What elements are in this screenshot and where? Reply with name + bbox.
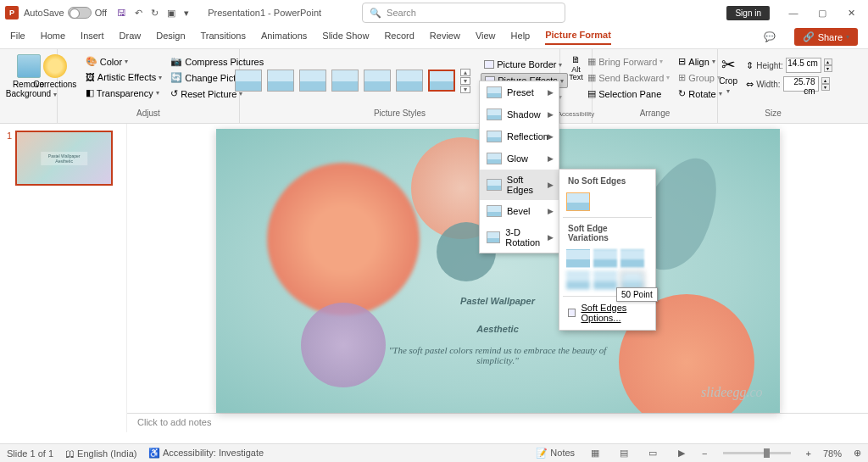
tab-slideshow[interactable]: Slide Show (322, 31, 369, 44)
share-button[interactable]: 🔗 Share ▾ (794, 28, 858, 46)
autosave-toggle[interactable]: AutoSave Off (24, 7, 107, 19)
menu-glow[interactable]: Glow▶ (480, 148, 559, 170)
toggle-off-icon[interactable] (68, 7, 92, 19)
picture-border-button[interactable]: Picture Border ▾ (481, 58, 568, 71)
menu-soft-edges[interactable]: Soft Edges▶ (480, 170, 559, 200)
zoom-level[interactable]: 78% (823, 448, 842, 459)
reading-view-icon[interactable]: ▭ (644, 448, 661, 459)
send-backward-button[interactable]: ▦Send Backward ▾ (585, 70, 672, 85)
zoom-out-button[interactable]: − (702, 448, 707, 459)
restore-button[interactable]: ▢ (810, 8, 834, 19)
width-input[interactable]: 25.78 cm (783, 76, 819, 92)
style-preset-selected[interactable] (428, 70, 455, 92)
save-icon[interactable]: 🖫 (117, 8, 126, 19)
tab-record[interactable]: Record (384, 31, 414, 44)
slideshow-view-icon[interactable]: ▶ (673, 448, 690, 459)
search-icon: 🔍 (370, 8, 381, 19)
tab-animations[interactable]: Animations (261, 31, 307, 44)
flower-graphic (301, 303, 386, 387)
zoom-slider[interactable] (723, 452, 791, 454)
tab-transitions[interactable]: Transitions (201, 31, 246, 44)
change-icon: 🔄 (170, 72, 182, 83)
tab-review[interactable]: Review (430, 31, 460, 44)
selection-pane-button[interactable]: ▤Selection Pane (585, 86, 672, 101)
color-button[interactable]: 🎨Color ▾ (83, 54, 164, 69)
bring-forward-button[interactable]: ▦Bring Forward ▾ (585, 54, 672, 69)
slide-thumbnail-1[interactable]: Pastel Wallpaper Aesthetic (15, 131, 113, 186)
tab-insert[interactable]: Insert (81, 31, 104, 44)
gallery-scroll[interactable]: ▴▾▾ (460, 69, 470, 93)
slide-title-text[interactable]: Pastel WallpaperAesthetic (460, 281, 535, 337)
reset-icon: ↺ (170, 88, 178, 99)
softedge-icon (487, 179, 502, 191)
tab-view[interactable]: View (476, 31, 496, 44)
undo-icon[interactable]: ↶ (135, 8, 142, 19)
menu-reflection[interactable]: Reflection▶ (480, 125, 559, 148)
soft-edge-variation[interactable] (593, 249, 617, 268)
title-bar: P AutoSave Off 🖫 ↶ ↻ ▣ ▾ Presentation1 -… (0, 0, 868, 25)
slide-thumbnails-pane[interactable]: 1 Pastel Wallpaper Aesthetic (0, 124, 127, 432)
transparency-button[interactable]: ◧Transparency ▾ (83, 86, 164, 100)
soft-edge-none[interactable] (566, 192, 590, 211)
soft-edge-variation[interactable] (593, 271, 617, 290)
picture-styles-gallery[interactable]: ▴▾▾ (231, 65, 474, 97)
notes-placeholder[interactable]: Click to add notes (127, 413, 868, 432)
style-preset[interactable] (396, 70, 423, 92)
soft-edges-options[interactable]: Soft Edges Options... (563, 299, 652, 326)
width-label: Width: (756, 80, 780, 89)
sign-in-button[interactable]: Sign in (726, 6, 770, 20)
qat-more-icon[interactable]: ▾ (184, 8, 189, 19)
soft-edges-submenu[interactable]: No Soft Edges Soft Edge Variations Soft … (559, 169, 656, 331)
slide-counter[interactable]: Slide 1 of 1 (7, 448, 53, 459)
height-input[interactable]: 14.5 cm (786, 58, 821, 73)
rotation-icon (487, 231, 500, 243)
height-spinner[interactable]: ▴▾ (824, 58, 832, 72)
tab-help[interactable]: Help (511, 31, 531, 44)
tab-home[interactable]: Home (41, 31, 65, 44)
corrections-button[interactable]: Corrections▾ (31, 53, 80, 100)
fit-to-window-button[interactable]: ⊕ (854, 448, 861, 459)
menu-shadow[interactable]: Shadow▶ (480, 103, 559, 125)
slide-subtitle-text[interactable]: "The soft pastel colors remind us to emb… (379, 345, 616, 365)
comments-icon[interactable]: 💬 (760, 28, 779, 46)
soft-edge-variation[interactable] (620, 249, 644, 268)
style-preset[interactable] (235, 70, 262, 92)
minimize-button[interactable]: ― (782, 8, 805, 18)
notes-toggle[interactable]: 📝 Notes (536, 448, 575, 459)
tab-file[interactable]: File (10, 31, 25, 44)
compress-icon: 📷 (170, 56, 182, 67)
width-icon: ⇔ (746, 79, 754, 90)
options-icon (568, 309, 576, 317)
sorter-view-icon[interactable]: ▤ (615, 448, 632, 459)
style-preset[interactable] (364, 70, 391, 92)
soft-edge-variation[interactable] (566, 249, 590, 268)
height-icon: ⇕ (746, 60, 754, 71)
align-icon: ⊟ (678, 56, 686, 67)
thumb-title: Pastel Wallpaper Aesthetic (41, 152, 88, 165)
redo-icon[interactable]: ↻ (151, 8, 159, 19)
menu-3d-rotation[interactable]: 3-D Rotation▶ (480, 222, 559, 253)
tooltip-50pt: 50 Point (616, 287, 658, 302)
menu-bevel[interactable]: Bevel▶ (480, 200, 559, 222)
close-button[interactable]: ✕ (839, 8, 863, 19)
language-button[interactable]: 🕮 English (India) (65, 448, 136, 459)
group-button[interactable]: ⊞Group ▾ (676, 70, 724, 85)
normal-view-icon[interactable]: ▦ (587, 448, 604, 459)
zoom-in-button[interactable]: + (806, 448, 811, 459)
tab-design[interactable]: Design (156, 31, 185, 44)
menu-preset[interactable]: Preset▶ (480, 81, 559, 103)
style-preset[interactable] (331, 70, 359, 92)
accessibility-button[interactable]: ♿ Accessibility: Investigate (148, 448, 264, 459)
soft-edge-variation[interactable] (566, 271, 590, 290)
tab-picture-format[interactable]: Picture Format (545, 30, 611, 45)
style-preset[interactable] (267, 70, 294, 92)
group-arrange-label: Arrange (640, 109, 670, 120)
search-input[interactable]: 🔍 Search (362, 3, 565, 23)
width-spinner[interactable]: ▴▾ (821, 77, 830, 91)
picture-effects-menu[interactable]: Preset▶ Shadow▶ Reflection▶ Glow▶ Soft E… (479, 81, 559, 253)
height-label: Height: (756, 61, 783, 70)
tab-draw[interactable]: Draw (120, 31, 142, 44)
start-slideshow-icon[interactable]: ▣ (167, 8, 175, 19)
style-preset[interactable] (299, 70, 326, 92)
artistic-effects-button[interactable]: 🖼Artistic Effects ▾ (83, 70, 164, 84)
